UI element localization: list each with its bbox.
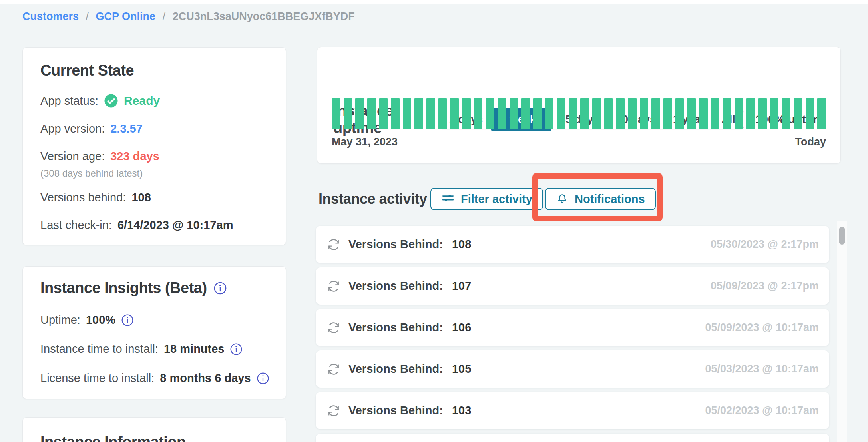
activity-row-timestamp: 05/30/2023 @ 2:17pm (711, 238, 819, 251)
info-icon[interactable] (213, 281, 227, 295)
instance-uptime-card: Instance uptime 2 days 2 weeks 45 days 9… (317, 47, 841, 164)
uptime-bar (604, 98, 613, 129)
uptime-bar (723, 98, 731, 129)
uptime-bar (569, 98, 577, 129)
uptime-bar (486, 98, 494, 129)
license-install-value: 8 months 6 days (160, 372, 251, 385)
version-age-value: 323 days (110, 150, 159, 163)
app-status-row: App status: Ready (40, 94, 270, 108)
breadcrumb: Customers / GCP Online / 2CU3nL3saUNyoc6… (22, 10, 355, 23)
last-checkin-label: Last check-in: (40, 219, 112, 232)
uptime-bar (438, 98, 447, 129)
uptime-bar (746, 98, 755, 129)
versions-behind-row: Versions behind: 108 (40, 191, 270, 204)
activity-row-label: Versions Behind: (348, 279, 443, 293)
sync-icon (326, 279, 341, 294)
uptime-bar (687, 98, 696, 129)
uptime-start-label: May 31, 2023 (332, 136, 398, 148)
uptime-value: 100% (86, 313, 115, 327)
list-item[interactable]: Versions Behind: 105 05/03/2023 @ 10:17a… (316, 350, 829, 388)
uptime-bars (332, 98, 826, 129)
info-icon[interactable] (121, 314, 134, 327)
uptime-bar (521, 98, 530, 129)
uptime-bar (640, 98, 649, 129)
versions-behind-value: 108 (131, 191, 151, 204)
activity-row-value: 103 (452, 404, 471, 417)
activity-row-timestamp: 05/02/2023 @ 10:17am (705, 404, 819, 417)
activity-row-label: Versions Behind: (348, 321, 443, 334)
activity-row-timestamp: 05/09/2023 @ 10:17am (705, 321, 819, 334)
uptime-bar (711, 98, 720, 129)
instance-information-title: Instance Information (40, 434, 270, 442)
activity-row-label: Versions Behind: (348, 238, 443, 251)
uptime-axis: May 31, 2023 Today (332, 136, 826, 148)
uptime-bar (355, 98, 364, 129)
version-age-label: Version age: (40, 150, 105, 163)
license-install-label: License time to install: (40, 372, 154, 385)
instance-detail-page: { "colors": { "link_blue": "#4a8ff5", "t… (0, 0, 868, 442)
current-state-title: Current State (40, 62, 270, 79)
info-icon[interactable] (257, 372, 269, 385)
uptime-bar (426, 98, 435, 129)
uptime-bar (651, 98, 660, 129)
activity-row-label: Versions Behind: (348, 362, 443, 376)
sync-icon (326, 362, 341, 377)
app-status-value: Ready (124, 94, 160, 108)
list-item[interactable]: Versions Behind: 103 05/02/2023 @ 10:17a… (316, 392, 829, 429)
list-item-partial[interactable] (316, 434, 829, 442)
uptime-bar (403, 98, 412, 129)
activity-row-timestamp: 05/09/2023 @ 2:17pm (711, 280, 819, 292)
uptime-bar (498, 98, 506, 129)
activity-scrollbar-thumb[interactable] (839, 227, 845, 245)
list-item[interactable]: Versions Behind: 108 05/30/2023 @ 2:17pm (316, 226, 829, 263)
info-icon[interactable] (230, 343, 243, 356)
uptime-bar (699, 98, 708, 129)
uptime-bar (817, 98, 826, 129)
current-state-card: Current State App status: Ready App vers… (22, 47, 286, 245)
notifications-label: Notifications (575, 193, 645, 206)
breadcrumb-instance-id: 2CU3nL3saUNyoc61BBEGJXfBYDF (173, 10, 355, 22)
uptime-bar (450, 98, 459, 129)
uptime-bar (616, 98, 625, 129)
license-install-row: License time to install: 8 months 6 days (40, 372, 270, 385)
sliders-icon (441, 192, 455, 206)
uptime-bar (474, 98, 483, 129)
uptime-bar (806, 98, 814, 129)
uptime-bar (332, 98, 340, 129)
instance-insights-card: Instance Insights (Beta) Uptime: 100% In… (22, 266, 286, 399)
last-checkin-row: Last check-in: 6/14/2023 @ 10:17am (40, 219, 270, 232)
uptime-bar (545, 98, 554, 129)
app-version-value[interactable]: 2.3.57 (110, 122, 143, 135)
activity-row-value: 108 (452, 238, 471, 251)
breadcrumb-customer-link[interactable]: GCP Online (96, 10, 156, 22)
breadcrumb-separator: / (86, 10, 89, 22)
breadcrumb-separator: / (163, 10, 166, 22)
uptime-label: Uptime: (40, 313, 80, 327)
uptime-bar (580, 98, 589, 129)
filter-activity-label: Filter activity (461, 193, 532, 206)
bell-icon (556, 193, 569, 205)
top-strip (0, 0, 868, 4)
uptime-bar (462, 98, 471, 129)
list-item[interactable]: Versions Behind: 107 05/09/2023 @ 2:17pm (316, 267, 829, 305)
notifications-button[interactable]: Notifications (545, 188, 656, 210)
instance-install-label: Instance time to install: (40, 342, 158, 356)
activity-scrollbar-track[interactable] (837, 221, 847, 442)
uptime-bar (391, 98, 400, 129)
sync-icon (326, 403, 341, 418)
app-status-label: App status: (40, 94, 98, 108)
activity-row-label: Versions Behind: (348, 404, 443, 417)
sync-icon (326, 320, 341, 335)
instance-install-row: Instance time to install: 18 minutes (40, 342, 270, 356)
activity-row-timestamp: 05/03/2023 @ 10:17am (705, 363, 819, 375)
list-item[interactable]: Versions Behind: 106 05/09/2023 @ 10:17a… (316, 309, 829, 346)
breadcrumb-customers-link[interactable]: Customers (22, 10, 79, 22)
uptime-bar (628, 98, 637, 129)
filter-activity-button[interactable]: Filter activity (430, 188, 543, 210)
version-age-note: (308 days behind latest) (40, 168, 270, 179)
uptime-bar (557, 98, 565, 129)
instance-information-card: Instance Information (22, 417, 286, 442)
uptime-bar (367, 98, 376, 129)
uptime-bar (510, 98, 518, 129)
uptime-bar (758, 98, 767, 129)
